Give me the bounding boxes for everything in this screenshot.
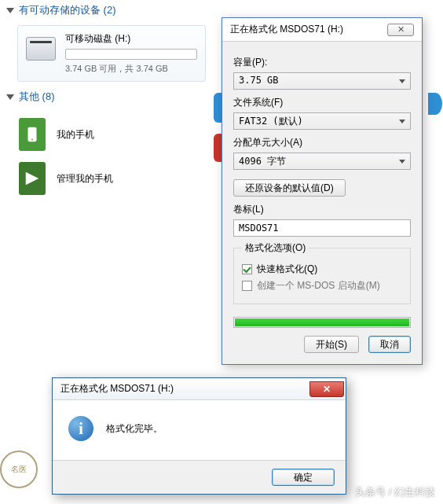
message-text: 格式化完毕。: [106, 422, 163, 436]
msdos-boot-checkbox[interactable]: [242, 281, 252, 291]
filesystem-select[interactable]: FAT32 (默认): [233, 112, 411, 130]
close-button[interactable]: ✕: [309, 381, 344, 397]
ok-button[interactable]: 确定: [272, 469, 335, 486]
format-options-legend: 格式化选项(O): [242, 241, 309, 255]
dialog-title: 正在格式化 MSDOS71 (H:): [230, 23, 343, 36]
capacity-select[interactable]: 3.75 GB: [233, 72, 411, 90]
phone-item-label: 我的手机: [57, 128, 94, 142]
format-options-group: 格式化选项(O) 快速格式化(Q) 创建一个 MS-DOS 启动盘(M): [233, 241, 411, 304]
msdos-boot-label: 创建一个 MS-DOS 启动盘(M): [257, 279, 380, 292]
phone-item-label: 管理我的手机: [57, 172, 113, 186]
capacity-bar: [65, 49, 197, 60]
phone-icon: [19, 118, 46, 151]
allocation-select[interactable]: 4096 字节: [233, 153, 411, 170]
volume-label: 卷标(L): [233, 203, 411, 216]
start-button[interactable]: 开始(S): [304, 336, 359, 353]
quick-format-label: 快速格式化(Q): [257, 263, 317, 276]
filesystem-label: 文件系统(F): [233, 96, 411, 109]
background-app-icon: [428, 93, 442, 115]
phone-manage-icon: [19, 162, 46, 195]
quick-format-row[interactable]: 快速格式化(Q): [242, 263, 402, 276]
format-dialog: 正在格式化 MSDOS71 (H:) ✕ 容量(P): 3.75 GB 文件系统…: [222, 17, 423, 365]
info-icon: i: [68, 416, 93, 441]
chevron-down-icon: [6, 8, 14, 13]
drive-card[interactable]: 可移动磁盘 (H:) 3.74 GB 可用，共 3.74 GB: [17, 25, 206, 82]
drive-name: 可移动磁盘 (H:): [65, 32, 197, 46]
message-dialog: 正在格式化 MSDOS71 (H:) ✕ i 格式化完毕。 确定: [52, 377, 346, 495]
progress-fill: [235, 318, 409, 326]
message-titlebar[interactable]: 正在格式化 MSDOS71 (H:) ✕: [53, 378, 346, 400]
chevron-down-icon: [6, 94, 14, 100]
dialog-titlebar[interactable]: 正在格式化 MSDOS71 (H:) ✕: [222, 18, 422, 42]
cancel-button[interactable]: 取消: [368, 336, 411, 353]
volume-input[interactable]: [233, 219, 411, 237]
section-removable-title: 有可动存储的设备 (2): [19, 3, 116, 17]
section-other-title: 其他 (8): [19, 90, 55, 104]
drive-icon: [26, 37, 56, 61]
allocation-label: 分配单元大小(A): [233, 136, 411, 149]
stamp-watermark: 名医: [0, 451, 38, 488]
message-title: 正在格式化 MSDOS71 (H:): [60, 382, 174, 395]
capacity-text: 3.74 GB 可用，共 3.74 GB: [65, 63, 197, 75]
quick-format-checkbox[interactable]: [242, 264, 252, 274]
close-button[interactable]: ✕: [387, 24, 414, 36]
msdos-boot-row[interactable]: 创建一个 MS-DOS 启动盘(M): [242, 279, 402, 292]
capacity-label: 容量(P):: [233, 56, 411, 69]
progress-bar: [233, 317, 411, 328]
watermark-text: 头条号 / 幻生科技: [355, 485, 435, 499]
svg-point-1: [31, 139, 33, 141]
restore-defaults-button[interactable]: 还原设备的默认值(D): [233, 179, 346, 197]
